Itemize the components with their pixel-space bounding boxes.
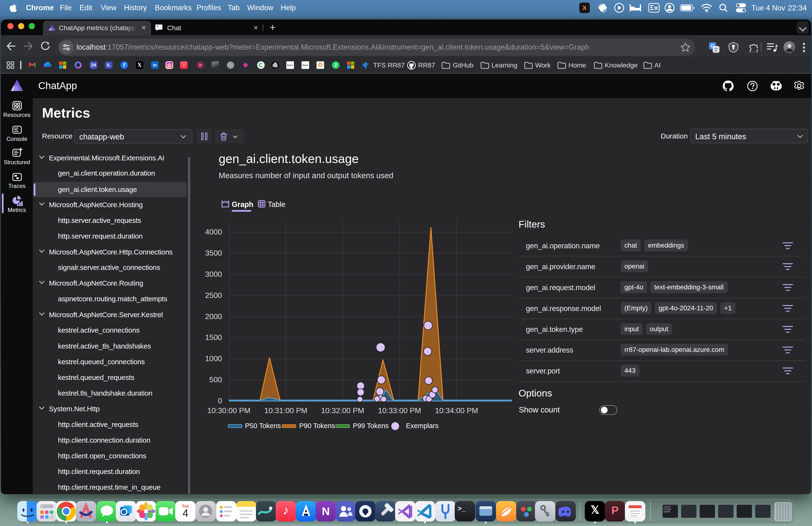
svg-text:文: 文 bbox=[714, 47, 719, 52]
svg-text:X: X bbox=[582, 4, 587, 11]
svg-text:⌘: ⌘ bbox=[654, 6, 658, 11]
